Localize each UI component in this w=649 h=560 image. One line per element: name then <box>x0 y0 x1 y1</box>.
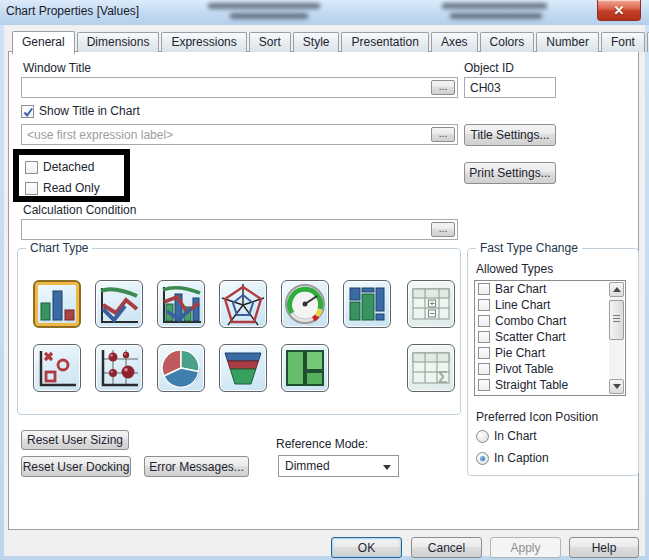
scroll-up-button[interactable] <box>609 282 624 297</box>
radar-chart-icon[interactable] <box>219 280 267 328</box>
chart-type-group: Chart Type <box>17 248 461 415</box>
pie-chart-checkbox[interactable] <box>478 347 490 359</box>
straight-table-icon[interactable]: Σ <box>407 344 455 392</box>
show-title-label: Show Title in Chart <box>39 104 140 118</box>
pivot-table-icon[interactable] <box>407 280 455 328</box>
allowed-type-row[interactable]: Scatter Chart <box>475 329 625 345</box>
allowed-type-row[interactable]: Combo Chart <box>475 313 625 329</box>
object-id-input[interactable]: CH03 <box>464 77 556 98</box>
tab-bar: General Dimensions Expressions Sort Styl… <box>12 31 649 52</box>
reset-user-sizing-button[interactable]: Reset User Sizing <box>21 430 129 450</box>
allowed-type-row[interactable]: Straight Table <box>475 377 625 393</box>
grid-chart-icon[interactable] <box>95 344 143 392</box>
title-expression-input[interactable]: <use first expression label> ... <box>21 124 458 145</box>
window-title-browse-button[interactable]: ... <box>431 80 455 95</box>
bar-chart-checkbox[interactable] <box>478 283 490 295</box>
fast-type-change-group: Fast Type Change Allowed Types Bar Chart… <box>467 248 639 476</box>
in-chart-radio[interactable] <box>476 430 489 443</box>
tab-axes[interactable]: Axes <box>431 32 478 52</box>
preferred-icon-position-label: Preferred Icon Position <box>476 410 598 424</box>
allowed-type-row[interactable]: Pie Chart <box>475 345 625 361</box>
title-bar[interactable]: Chart Properties [Values] ✕ <box>0 0 649 25</box>
help-button[interactable]: Help <box>569 537 639 558</box>
detached-checkbox[interactable] <box>25 161 38 174</box>
scroll-down-button[interactable] <box>609 379 624 394</box>
background-blur <box>230 13 308 19</box>
reset-user-docking-button[interactable]: Reset User Docking <box>21 456 131 477</box>
tab-number[interactable]: Number <box>536 32 599 52</box>
object-id-label: Object ID <box>464 61 514 75</box>
tab-style[interactable]: Style <box>293 32 340 52</box>
reference-mode-label: Reference Mode: <box>276 437 368 451</box>
tab-dimensions[interactable]: Dimensions <box>77 32 160 52</box>
scatter-chart-checkbox[interactable] <box>478 331 490 343</box>
cancel-button[interactable]: Cancel <box>411 537 482 558</box>
allowed-type-row[interactable]: Pivot Table <box>475 361 625 377</box>
window-title-input[interactable]: ... <box>21 77 458 98</box>
scrollbar-thumb[interactable] <box>609 300 624 340</box>
read-only-checkbox-row[interactable]: Read Only <box>25 181 100 195</box>
window-border-right <box>645 25 649 560</box>
chart-properties-dialog: Chart Properties [Values] ✕ General Dime… <box>0 0 649 560</box>
allowed-type-row[interactable]: Bar Chart <box>475 281 625 297</box>
dialog-title: Chart Properties [Values] <box>6 4 139 18</box>
pivot-table-checkbox[interactable] <box>478 363 490 375</box>
combo-chart-checkbox[interactable] <box>478 315 490 327</box>
chart-type-legend: Chart Type <box>26 241 92 255</box>
background-blur <box>442 3 547 9</box>
tab-expressions[interactable]: Expressions <box>161 32 246 52</box>
in-caption-radio[interactable] <box>476 452 489 465</box>
in-caption-radio-row[interactable]: In Caption <box>476 451 549 465</box>
tab-presentation[interactable]: Presentation <box>341 32 428 52</box>
show-title-checkbox-row[interactable]: Show Title in Chart <box>21 104 140 118</box>
error-messages-button[interactable]: Error Messages... <box>144 456 249 477</box>
mekko-chart-icon[interactable] <box>343 280 391 328</box>
calculation-condition-input[interactable]: ... <box>21 219 458 240</box>
tab-sort[interactable]: Sort <box>249 32 291 52</box>
grip-icon <box>613 315 620 322</box>
close-button[interactable]: ✕ <box>597 0 641 21</box>
apply-button[interactable]: Apply <box>490 537 561 558</box>
dropdown-arrow-icon <box>383 465 391 470</box>
bar-chart-icon[interactable] <box>33 280 81 328</box>
print-settings-button[interactable]: Print Settings... <box>464 162 556 184</box>
calculation-condition-label: Calculation Condition <box>23 203 136 217</box>
tab-general[interactable]: General <box>12 31 75 54</box>
detached-checkbox-row[interactable]: Detached <box>25 160 94 174</box>
title-expression-browse-button[interactable]: ... <box>431 127 455 142</box>
show-title-checkbox[interactable] <box>21 105 34 118</box>
line-chart-icon[interactable] <box>95 280 143 328</box>
window-title-label: Window Title <box>23 61 91 75</box>
background-blur <box>208 3 320 9</box>
allowed-types-listbox[interactable]: Bar Chart Line Chart Combo Chart Scatter… <box>474 280 626 396</box>
close-icon: ✕ <box>614 4 625 17</box>
in-chart-radio-row[interactable]: In Chart <box>476 429 537 443</box>
allowed-types-label: Allowed Types <box>476 262 553 276</box>
read-only-checkbox[interactable] <box>25 182 38 195</box>
gauge-chart-icon[interactable] <box>281 280 329 328</box>
title-settings-button[interactable]: Title Settings... <box>464 124 556 146</box>
fast-type-change-legend: Fast Type Change <box>476 241 582 255</box>
svg-text:Σ: Σ <box>438 369 448 386</box>
calculation-condition-browse-button[interactable]: ... <box>431 222 455 237</box>
read-only-label: Read Only <box>43 181 100 195</box>
footer: OK Cancel Apply Help <box>4 531 645 556</box>
scatter-chart-icon[interactable] <box>33 344 81 392</box>
detached-label: Detached <box>43 160 94 174</box>
combo-chart-icon[interactable] <box>157 280 205 328</box>
tab-font[interactable]: Font <box>601 32 645 52</box>
arrow-down-icon <box>613 384 621 389</box>
funnel-chart-icon[interactable] <box>219 344 267 392</box>
reference-mode-dropdown[interactable]: Dimmed <box>278 455 399 477</box>
line-chart-checkbox[interactable] <box>478 299 490 311</box>
tab-colors[interactable]: Colors <box>480 32 535 52</box>
window-border-left <box>0 25 4 560</box>
block-chart-icon[interactable] <box>281 344 329 392</box>
pie-chart-icon[interactable] <box>157 344 205 392</box>
arrow-up-icon <box>613 287 621 292</box>
ok-button[interactable]: OK <box>331 537 402 558</box>
background-blur <box>450 13 542 19</box>
allowed-type-row[interactable]: Line Chart <box>475 297 625 313</box>
straight-table-checkbox[interactable] <box>478 379 490 391</box>
listbox-scrollbar[interactable] <box>609 282 624 394</box>
